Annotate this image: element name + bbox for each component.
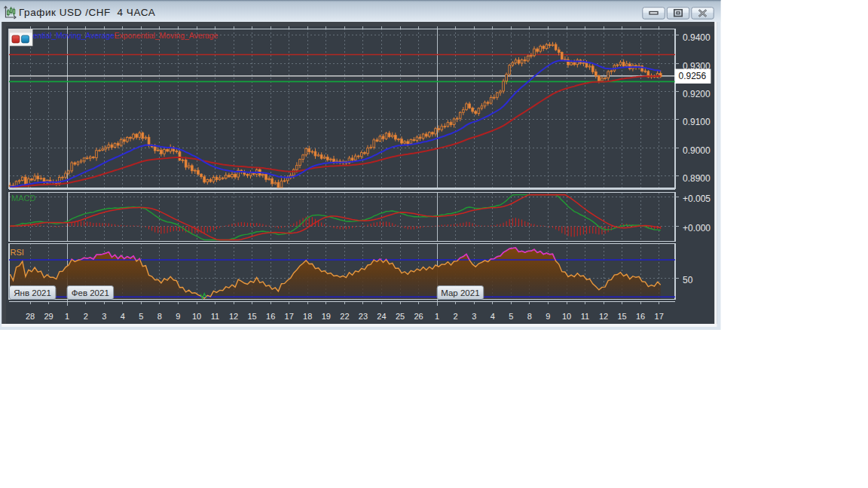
svg-text:+0.005: +0.005 [683, 194, 711, 204]
svg-text:8: 8 [527, 312, 532, 321]
svg-text:0.8900: 0.8900 [683, 173, 711, 184]
svg-text:Exponential_Moving_Average: Exponential_Moving_Average [115, 32, 219, 40]
svg-text:+0.000: +0.000 [683, 223, 711, 233]
svg-text:12: 12 [599, 312, 608, 321]
svg-text:22: 22 [340, 312, 349, 321]
svg-text:15: 15 [247, 312, 256, 321]
svg-text:Янв 2021: Янв 2021 [14, 288, 51, 297]
svg-text:12: 12 [229, 312, 238, 321]
svg-text:5: 5 [509, 312, 513, 321]
svg-text:16: 16 [636, 312, 645, 321]
svg-text:0.9400: 0.9400 [683, 32, 711, 43]
svg-text:3: 3 [472, 312, 476, 321]
svg-text:4: 4 [491, 312, 495, 321]
svg-text:19: 19 [322, 312, 331, 321]
svg-text:RSI: RSI [11, 248, 24, 257]
svg-text:11: 11 [581, 312, 589, 321]
svg-text:4: 4 [121, 312, 125, 321]
svg-text:0.9200: 0.9200 [683, 89, 711, 99]
svg-text:9: 9 [176, 312, 180, 321]
svg-text:16: 16 [266, 312, 275, 321]
svg-text:Мар 2021: Мар 2021 [441, 288, 479, 297]
svg-text:11: 11 [211, 312, 219, 321]
svg-text:0.9256: 0.9256 [679, 71, 707, 81]
svg-text:26: 26 [414, 312, 423, 321]
svg-text:24: 24 [377, 312, 386, 321]
svg-text:2: 2 [454, 312, 458, 321]
svg-text:MACD: MACD [11, 194, 35, 203]
svg-text:18: 18 [303, 312, 312, 321]
svg-text:0.9100: 0.9100 [683, 117, 711, 127]
svg-text:3: 3 [102, 312, 106, 321]
svg-text:10: 10 [562, 312, 571, 321]
svg-text:29: 29 [44, 312, 53, 321]
svg-text:17: 17 [655, 312, 664, 321]
svg-text:Фев 2021: Фев 2021 [72, 288, 109, 297]
svg-text:17: 17 [285, 312, 294, 321]
svg-text:9: 9 [546, 312, 550, 321]
svg-text:2: 2 [84, 312, 88, 321]
svg-text:10: 10 [192, 312, 201, 321]
svg-text:1: 1 [435, 312, 439, 321]
svg-text:15: 15 [617, 312, 626, 321]
svg-text:25: 25 [396, 312, 405, 321]
svg-text:23: 23 [359, 312, 368, 321]
svg-text:1: 1 [65, 312, 69, 321]
svg-text:0.9000: 0.9000 [683, 145, 711, 156]
svg-text:8: 8 [157, 312, 162, 321]
svg-text:График USD /CHF 4 ЧАСА: График USD /CHF 4 ЧАСА [19, 7, 155, 18]
svg-text:5: 5 [139, 312, 143, 321]
svg-text:28: 28 [26, 312, 35, 321]
svg-text:50: 50 [683, 275, 693, 285]
